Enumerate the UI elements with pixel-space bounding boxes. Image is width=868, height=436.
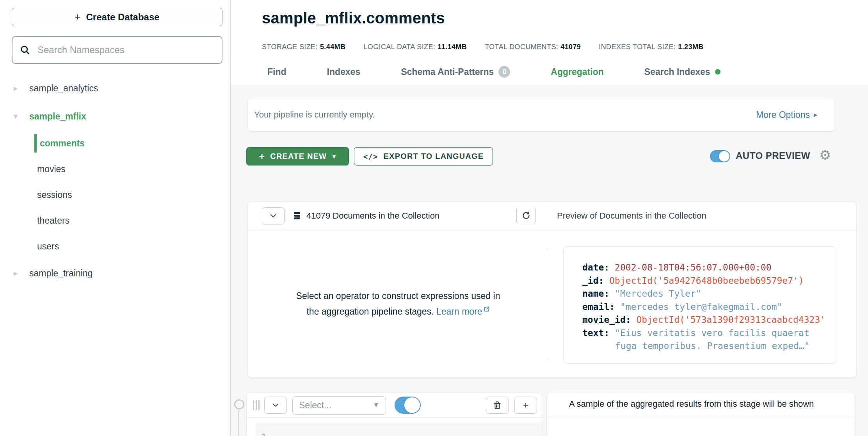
documents-count-label: 41079 Documents in the Collection	[306, 211, 439, 221]
triangle-down-icon: ▼	[373, 401, 379, 409]
refresh-button[interactable]	[516, 207, 536, 224]
document-preview-card: date: 2002-08-18T04:56:07.000+00:00 _id:…	[563, 246, 836, 364]
delete-stage-button[interactable]	[486, 397, 509, 414]
db-label: sample_training	[29, 268, 92, 279]
page-title: sample_mflix.comments	[262, 9, 445, 27]
plus-icon: +	[75, 11, 80, 23]
collection-label: theaters	[37, 215, 69, 226]
refresh-icon	[522, 211, 530, 220]
active-indicator	[34, 134, 37, 153]
document-field-text-wrap: fuga temporibus. Praesentium exped…"	[582, 340, 836, 353]
drag-handle-icon[interactable]	[253, 400, 260, 410]
document-field-text: text: "Eius veritatis vero facilis quaer…	[582, 327, 836, 340]
namespace-search[interactable]	[12, 36, 222, 64]
db-label: sample_analytics	[29, 83, 98, 94]
collection-label: users	[37, 241, 59, 252]
stage-card: Select... ▼	[246, 393, 542, 436]
green-dot-icon	[715, 69, 720, 75]
stage-header: Select... ▼	[247, 393, 542, 418]
chevron-down-icon	[272, 403, 279, 407]
sidebar-collection-theaters[interactable]: theaters	[0, 208, 230, 233]
document-field-id: _id: ObjectId('5a9427648b0beebeb69579e7'…	[582, 274, 836, 288]
divider	[547, 206, 547, 225]
auto-preview-toggle[interactable]	[710, 150, 730, 162]
compass-window: + Create Database ▸ sample_analytics ▾ s…	[0, 0, 868, 436]
pipeline-empty-message: Your pipeline is currently empty.	[254, 110, 375, 120]
auto-preview-label: AUTO PREVIEW	[736, 150, 810, 161]
plus-icon: +	[259, 151, 265, 162]
toggle-knob	[404, 397, 420, 413]
stage-code-editor[interactable]: 1	[256, 423, 541, 436]
documents-panel: 41079 Documents in the Collection Previe…	[247, 201, 856, 378]
sidebar-collection-comments[interactable]: comments	[0, 130, 230, 156]
triangle-right-icon: ▸	[814, 110, 817, 119]
db-label: sample_mflix	[29, 111, 86, 122]
sidebar-db-sample-analytics[interactable]: ▸ sample_analytics	[0, 74, 230, 102]
tab-find[interactable]: Find	[267, 67, 286, 77]
stage-results-header: A sample of the aggregated results from …	[547, 392, 855, 416]
editor-line-number: 1	[261, 432, 267, 436]
aggregation-workspace: Your pipeline is currently empty. More O…	[231, 85, 868, 436]
stage-collapse-button[interactable]	[264, 397, 287, 414]
document-field-email: email: "mercedes_tyler@fakegmail.com"	[582, 301, 836, 314]
sidebar-collection-sessions[interactable]: sessions	[0, 182, 230, 208]
stage-operator-select[interactable]: Select... ▼	[292, 396, 386, 415]
documents-panel-header: 41079 Documents in the Collection Previe…	[248, 202, 856, 230]
tab-search-indexes[interactable]: Search Indexes	[644, 67, 720, 77]
database-stack-icon	[292, 211, 302, 221]
caret-down-icon[interactable]: ▾	[11, 112, 20, 121]
stat-logical-data-size: LOGICAL DATA SIZE:11.14MB	[363, 43, 467, 51]
sidebar-collection-movies[interactable]: movies	[0, 156, 230, 182]
stat-storage-size: STORAGE SIZE:5.44MB	[262, 43, 345, 51]
sidebar-db-sample-mflix[interactable]: ▾ sample_mflix	[0, 102, 230, 130]
stat-total-documents: TOTAL DOCUMENTS:41079	[485, 43, 581, 51]
sidebar-db-sample-training[interactable]: ▸ sample_training	[0, 259, 230, 287]
more-options-button[interactable]: More Options ▸	[756, 110, 817, 120]
preview-of-documents-label: Preview of Documents in the Collection	[557, 211, 706, 221]
plus-icon: +	[523, 400, 528, 411]
collection-label: sessions	[37, 190, 72, 200]
pipeline-empty-banner: Your pipeline is currently empty. More O…	[247, 98, 835, 132]
namespace-tree: ▸ sample_analytics ▾ sample_mflix commen…	[0, 74, 230, 287]
main-content: sample_mflix.comments STORAGE SIZE:5.44M…	[231, 0, 868, 436]
collection-stats: STORAGE SIZE:5.44MB LOGICAL DATA SIZE:11…	[262, 43, 704, 51]
create-database-label: Create Database	[86, 12, 160, 23]
documents-panel-body: Select an operator to construct expressi…	[248, 230, 856, 378]
add-stage-button[interactable]: +	[514, 397, 537, 414]
tab-aggregation[interactable]: Aggregation	[551, 67, 603, 77]
caret-right-icon[interactable]: ▸	[11, 84, 20, 93]
collapse-button[interactable]	[262, 207, 285, 224]
collection-label: movies	[37, 164, 66, 174]
select-operator-message: Select an operator to construct expressi…	[263, 288, 533, 319]
divider	[547, 248, 547, 361]
collection-tabs: Find Indexes Schema Anti-Patterns 0 Aggr…	[267, 62, 720, 82]
stage-results-card: A sample of the aggregated results from …	[547, 392, 855, 436]
sidebar-collection-users[interactable]: users	[0, 233, 230, 259]
tab-indexes[interactable]: Indexes	[327, 67, 361, 77]
stage-sample-message: A sample of the aggregated results from …	[569, 399, 814, 409]
count-badge: 0	[498, 66, 510, 78]
collection-label: comments	[40, 138, 85, 149]
gear-icon[interactable]: ⚙	[819, 147, 831, 163]
search-icon	[20, 44, 30, 55]
export-to-language-button[interactable]: </> EXPORT TO LANGUAGE	[354, 147, 493, 166]
caret-down-icon: ▾	[333, 153, 336, 160]
document-field-name: name: "Mercedes Tyler"	[582, 287, 836, 301]
create-database-button[interactable]: + Create Database	[12, 8, 222, 26]
tab-schema-anti-patterns[interactable]: Schema Anti-Patterns 0	[401, 66, 510, 78]
external-link-icon	[484, 306, 490, 312]
caret-right-icon[interactable]: ▸	[11, 269, 20, 278]
stage-enabled-toggle[interactable]	[395, 397, 421, 414]
trash-icon	[493, 401, 501, 409]
document-field-movie-id: movie_id: ObjectId('573a1390f29313caabcd…	[582, 313, 836, 327]
create-new-button[interactable]: + CREATE NEW ▾	[246, 147, 349, 166]
code-icon: </>	[363, 152, 378, 161]
sidebar: + Create Database ▸ sample_analytics ▾ s…	[0, 0, 231, 436]
chevron-down-icon	[270, 214, 276, 218]
stat-indexes-total-size: INDEXES TOTAL SIZE:1.23MB	[599, 43, 703, 51]
learn-more-link[interactable]: Learn more	[436, 306, 490, 317]
search-namespaces-input[interactable]	[37, 44, 215, 56]
toggle-knob	[719, 151, 729, 162]
document-field-date: date: 2002-08-18T04:56:07.000+00:00	[582, 261, 836, 274]
stage-timeline-dot	[234, 399, 244, 409]
